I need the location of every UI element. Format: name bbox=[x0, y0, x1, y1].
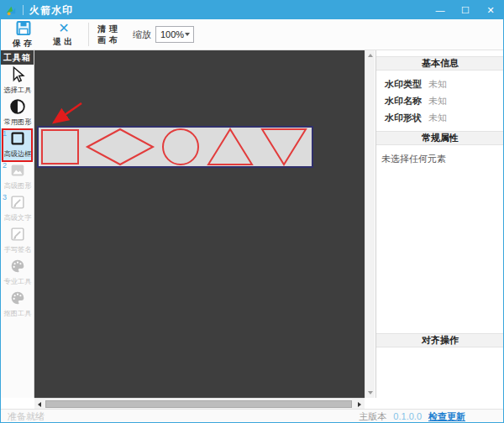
toolbar: 保存 ✕ 退出 清理 画布 缩放 100% bbox=[1, 19, 503, 50]
app-title: 火箭水印 bbox=[29, 3, 73, 18]
zoom-label: 缩放 bbox=[133, 29, 151, 41]
scroll-up-icon[interactable] bbox=[365, 50, 375, 60]
annotation-arrow-icon bbox=[34, 50, 365, 398]
exit-x-icon: ✕ bbox=[58, 22, 69, 35]
info-row-watermark-shape: 水印形状 未知 bbox=[376, 109, 504, 126]
minimize-icon[interactable]: — bbox=[428, 1, 453, 19]
sidebar-item-advanced-border[interactable]: 1 高级边框 bbox=[1, 128, 34, 160]
sidebar-item-label: 抠图工具 bbox=[3, 309, 31, 319]
info-value: 未知 bbox=[428, 78, 447, 91]
status-bar: 准备就绪 主版本 0.1.0.0 检查更新 bbox=[1, 409, 503, 423]
sidebar-item-common-shapes[interactable]: 常用图形 bbox=[1, 97, 34, 128]
sidebar-item-label: 选择工具 bbox=[3, 86, 31, 96]
watermark-shapes bbox=[39, 128, 312, 166]
sidebar-item-select-tool[interactable]: 选择工具 bbox=[1, 65, 34, 97]
app-logo-icon bbox=[5, 4, 18, 17]
properties-panel: 基本信息 水印类型 未知 水印名称 未知 水印形状 未知 常规属性 未选择任何元… bbox=[375, 50, 504, 398]
title-bar: 火箭水印 — ☐ ✕ bbox=[1, 1, 503, 19]
clear-canvas-button[interactable]: 清理 画布 bbox=[97, 19, 121, 50]
no-selection-note: 未选择任何元素 bbox=[376, 145, 504, 165]
info-row-watermark-type: 水印类型 未知 bbox=[376, 76, 504, 92]
toolbox-sidebar: 工具箱 选择工具 常用图形 1 高级边框 2 bbox=[1, 50, 34, 398]
section-align-operations: 对齐操作 bbox=[376, 333, 504, 347]
app-window: 火箭水印 — ☐ ✕ 保存 ✕ 退出 清理 画布 缩放 10 bbox=[0, 0, 504, 423]
zoom-control: 缩放 100% bbox=[133, 26, 194, 43]
info-row-watermark-name: 水印名称 未知 bbox=[376, 92, 504, 109]
sidebar-item-label: 专业工具 bbox=[3, 277, 31, 287]
sidebar-item-label: 高级边框 bbox=[3, 149, 31, 159]
save-button[interactable]: 保存 bbox=[6, 19, 41, 50]
info-label: 水印类型 bbox=[385, 78, 422, 91]
image-icon bbox=[8, 161, 27, 180]
status-ready-text: 准备就绪 bbox=[8, 410, 45, 423]
cursor-icon bbox=[8, 65, 27, 84]
info-value: 未知 bbox=[428, 112, 447, 124]
section-basic-info: 基本信息 bbox=[376, 56, 504, 70]
check-update-link[interactable]: 检查更新 bbox=[428, 410, 465, 423]
shape-square[interactable] bbox=[42, 130, 78, 164]
exit-button[interactable]: ✕ 退出 bbox=[46, 19, 81, 50]
chevron-down-icon bbox=[185, 33, 190, 36]
version-number: 0.1.0.0 bbox=[393, 411, 422, 421]
sidebar-item-cutout-tools[interactable]: 抠图工具 bbox=[1, 288, 34, 320]
clear-canvas-line2: 画布 bbox=[97, 34, 121, 45]
shape-triangle[interactable] bbox=[208, 129, 252, 164]
item-badge: 1 bbox=[3, 129, 7, 138]
shapes-icon bbox=[8, 97, 27, 116]
scroll-down-icon[interactable] bbox=[365, 388, 375, 398]
signature-pencil-icon bbox=[8, 225, 27, 243]
info-value: 未知 bbox=[428, 95, 447, 107]
info-label: 水印形状 bbox=[385, 112, 422, 124]
maximize-icon[interactable]: ☐ bbox=[453, 1, 478, 19]
palette-icon bbox=[8, 289, 27, 307]
sidebar-item-advanced-text[interactable]: 3 高级文字 bbox=[1, 192, 34, 224]
sidebar-item-handwritten-signature[interactable]: 手写签名 bbox=[1, 224, 34, 256]
exit-label: 退出 bbox=[53, 36, 75, 48]
clear-canvas-line1: 清理 bbox=[97, 24, 121, 34]
palette-icon bbox=[8, 257, 27, 275]
shape-diamond[interactable] bbox=[87, 129, 153, 164]
toolbox-header: 工具箱 bbox=[1, 50, 34, 65]
sidebar-item-label: 手写签名 bbox=[3, 245, 31, 255]
item-badge: 2 bbox=[3, 161, 7, 170]
zoom-dropdown[interactable]: 100% bbox=[155, 26, 194, 43]
vertical-scrollbar[interactable] bbox=[365, 50, 375, 398]
info-label: 水印名称 bbox=[385, 95, 422, 107]
toolbar-separator bbox=[88, 23, 89, 46]
horizontal-scrollbar[interactable] bbox=[34, 398, 365, 409]
save-floppy-icon bbox=[14, 19, 33, 37]
sidebar-item-label: 高级文字 bbox=[3, 213, 31, 223]
version-label: 主版本 bbox=[359, 410, 386, 423]
sidebar-item-label: 高级图形 bbox=[3, 181, 31, 191]
sidebar-item-label: 常用图形 bbox=[3, 118, 31, 128]
sidebar-item-advanced-graphics[interactable]: 2 高级图形 bbox=[1, 160, 34, 192]
zoom-value: 100% bbox=[160, 29, 184, 39]
sidebar-item-professional-tools[interactable]: 专业工具 bbox=[1, 256, 34, 288]
scrollbar-thumb[interactable] bbox=[45, 400, 352, 408]
shape-inverted-triangle[interactable] bbox=[262, 129, 306, 164]
item-badge: 3 bbox=[3, 193, 7, 201]
border-icon bbox=[8, 129, 27, 148]
title-separator bbox=[23, 5, 24, 15]
watermark-shape-strip[interactable] bbox=[37, 126, 313, 168]
section-general-properties: 常规属性 bbox=[376, 131, 504, 145]
version-info: 主版本 0.1.0.0 检查更新 bbox=[359, 410, 465, 423]
close-icon[interactable]: ✕ bbox=[478, 1, 503, 19]
canvas-area[interactable] bbox=[34, 50, 365, 398]
save-label: 保存 bbox=[13, 38, 34, 50]
shape-circle[interactable] bbox=[163, 129, 198, 164]
text-pencil-icon bbox=[8, 193, 27, 212]
window-controls: — ☐ ✕ bbox=[428, 1, 503, 19]
